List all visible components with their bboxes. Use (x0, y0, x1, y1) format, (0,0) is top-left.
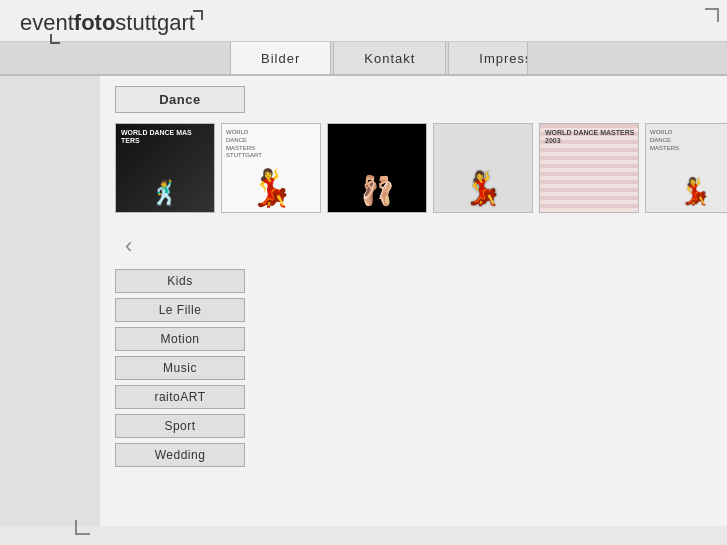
header: eventfotostuttgart (0, 0, 727, 42)
logo-bold: foto (74, 10, 116, 35)
category-music[interactable]: Music (115, 356, 245, 380)
top-right-bracket-decoration (705, 8, 719, 22)
category-motion[interactable]: Motion (115, 327, 245, 351)
chevron-container: ‹ (120, 228, 717, 264)
category-le-fille[interactable]: Le Fille (115, 298, 245, 322)
logo: eventfotostuttgart (20, 10, 195, 36)
logo-bracket-bottom (50, 34, 60, 44)
category-kids[interactable]: Kids (115, 269, 245, 293)
nav-impressum[interactable]: Impressu (448, 42, 528, 74)
bottom-bracket-decoration (75, 520, 90, 535)
active-category-dance[interactable]: Dance (115, 86, 245, 113)
logo-prefix: event (20, 10, 74, 35)
content-area: Dance WORLD DANCE MASTERS 🕺 💃 WORLDDANCE… (100, 76, 727, 526)
thumbnail-5[interactable]: WORLD DANCE MASTERS 2003 (539, 123, 639, 213)
thumbnails-row: WORLD DANCE MASTERS 🕺 💃 WORLDDANCEMASTER… (115, 123, 717, 213)
nav-kontakt[interactable]: Kontakt (333, 42, 446, 74)
category-list: Kids Le Fille Motion Music raitoART Spor… (115, 269, 717, 467)
category-raitoart[interactable]: raitoART (115, 385, 245, 409)
logo-bracket-top (193, 10, 203, 20)
thumbnail-4[interactable]: 💃 (433, 123, 533, 213)
logo-suffix: stuttgart (115, 10, 194, 35)
category-wedding[interactable]: Wedding (115, 443, 245, 467)
category-sport[interactable]: Sport (115, 414, 245, 438)
nav-bilder[interactable]: Bilder (230, 42, 331, 74)
thumbnail-6[interactable]: 💃 WORLDDANCEMASTERS (645, 123, 727, 213)
thumbnail-2[interactable]: 💃 WORLDDANCEMASTERSSTUTTGART (221, 123, 321, 213)
navbar: Bilder Kontakt Impressu (0, 42, 727, 76)
chevron-left-icon[interactable]: ‹ (120, 228, 137, 264)
main-content: Dance WORLD DANCE MASTERS 🕺 💃 WORLDDANCE… (0, 76, 727, 526)
sidebar (0, 76, 100, 526)
thumbnail-3[interactable]: 🩰 (327, 123, 427, 213)
thumbnail-1[interactable]: WORLD DANCE MASTERS 🕺 (115, 123, 215, 213)
